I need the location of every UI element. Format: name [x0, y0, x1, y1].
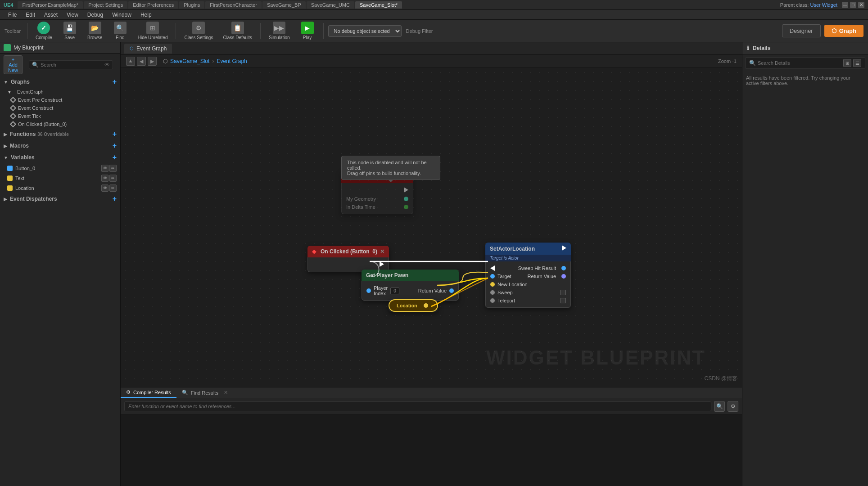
event-graph-item[interactable]: ▼ EventGraph [0, 88, 120, 96]
event-pre-construct-item[interactable]: Event Pre Construct [0, 96, 120, 104]
set-actor-exec-in-pin[interactable] [490, 266, 495, 271]
debug-filter-select[interactable]: No debug object selected [328, 25, 402, 37]
play-button[interactable]: ▶ Play [296, 20, 319, 42]
parent-class-link[interactable]: User Widget [810, 2, 837, 8]
designer-button[interactable]: Designer [782, 24, 821, 37]
on-clicked-node[interactable]: ◆ On Clicked (Button_0) ✕ [307, 246, 389, 272]
event-tick-mygeometry-circle[interactable] [404, 197, 408, 201]
graphs-section-header[interactable]: ▼ Graphs + [0, 76, 120, 88]
new-location-in-circle[interactable] [490, 282, 495, 287]
macros-section-header[interactable]: ▶ Macros + [0, 140, 120, 152]
maximize-button[interactable]: □ [850, 2, 856, 8]
variable-location[interactable]: Location 👁 ✏ [0, 183, 120, 193]
details-filter-icon[interactable]: ☰ [853, 59, 861, 67]
class-settings-button[interactable]: ⚙ Class Settings [181, 20, 217, 42]
find-button[interactable]: 🔍 Find [109, 20, 131, 42]
target-circle[interactable] [490, 274, 495, 279]
functions-section-header[interactable]: ▶ Functions 36 Overridable + [0, 128, 120, 140]
save-button[interactable]: 💾 Save [59, 20, 81, 42]
main-layout: My Blueprint + Add New 🔍 👁 ▼ Graphs + ▼ … [0, 42, 868, 486]
menu-debug[interactable]: Debug [83, 11, 108, 19]
save-icon: 💾 [63, 22, 76, 34]
return-value-circle[interactable] [449, 288, 454, 293]
event-tick-exec-pin[interactable] [404, 187, 408, 193]
close-button[interactable]: ✕ [858, 2, 864, 8]
graphs-add-icon[interactable]: + [113, 78, 117, 86]
menu-window[interactable]: Window [108, 11, 136, 19]
tab-firstperson-char[interactable]: FirstPersonCharacter [205, 1, 262, 9]
variable-button0[interactable]: Button_0 👁 ✏ [0, 163, 120, 173]
macros-add-icon[interactable]: + [113, 142, 117, 150]
on-clicked-exec-pin[interactable] [380, 261, 384, 267]
teleport-in-circle[interactable] [490, 298, 495, 303]
variable-text[interactable]: Text 👁 ✏ [0, 173, 120, 183]
breadcrumb-savegame[interactable]: SaveGame_Slot [170, 58, 209, 64]
event-tick-item[interactable]: Event Tick [0, 112, 120, 120]
sweep-in-circle[interactable] [490, 290, 495, 295]
menu-edit[interactable]: Edit [21, 11, 40, 19]
find-results-close-icon[interactable]: ✕ [224, 390, 228, 396]
location-out-circle[interactable] [424, 303, 428, 308]
add-new-button[interactable]: + Add New [4, 55, 23, 74]
event-construct-item[interactable]: Event Construct [0, 104, 120, 112]
compiler-results-tab[interactable]: ⚙ Compiler Results [121, 387, 176, 398]
event-graph-tab[interactable]: ⬡ Event Graph [124, 44, 172, 54]
class-defaults-button[interactable]: 📋 Class Defaults [219, 20, 255, 42]
search-input[interactable] [41, 62, 103, 68]
player-index-circle[interactable] [366, 288, 371, 293]
tab-firstperson-map[interactable]: FirstPersonExampleMap* [18, 1, 83, 9]
menu-view[interactable]: View [62, 11, 83, 19]
var-location-edit-icon[interactable]: ✏ [109, 184, 117, 192]
variables-section-header[interactable]: ▼ Variables + [0, 152, 120, 163]
simulation-button[interactable]: ▶▶ Simulation [265, 20, 294, 42]
return-value-out-circle[interactable] [561, 274, 566, 279]
find-search-button[interactable]: 🔍 [714, 401, 725, 412]
compile-button[interactable]: ✓ Compile [32, 20, 56, 42]
menu-asset[interactable]: Asset [40, 11, 62, 19]
var-eye-icon[interactable]: 👁 [101, 165, 108, 172]
find-results-tab[interactable]: 🔍 Find Results ✕ [176, 387, 233, 398]
teleport-checkbox[interactable] [561, 298, 566, 303]
get-player-pawn-node[interactable]: Get Player Pawn Player Index 0 Return Va… [362, 270, 459, 301]
var-edit-icon[interactable]: ✏ [109, 165, 117, 172]
var-text-eye-icon[interactable]: 👁 [101, 175, 108, 182]
details-search-input[interactable] [758, 60, 843, 66]
player-index-value[interactable]: 0 [390, 288, 399, 294]
set-actor-exec-out-pin[interactable] [562, 245, 566, 251]
var-location-eye-icon[interactable]: 👁 [101, 184, 108, 192]
find-options-button[interactable]: ⚙ [728, 401, 738, 412]
breadcrumb-event-graph[interactable]: Event Graph [217, 58, 247, 64]
search-eye-icon[interactable]: 👁 [104, 62, 110, 68]
var-text-edit-icon[interactable]: ✏ [109, 175, 117, 182]
menu-file[interactable]: File [4, 11, 21, 19]
star-button[interactable]: ★ [126, 57, 135, 66]
tab-savegame-slot[interactable]: SaveGame_Slot* [355, 1, 402, 9]
event-dispatchers-section[interactable]: ▶ Event Dispatchers + [0, 193, 120, 205]
blueprint-canvas[interactable]: This node is disabled and will not be ca… [121, 68, 742, 387]
event-tick-deltatime-circle[interactable] [404, 205, 408, 209]
minimize-button[interactable]: — [842, 2, 848, 8]
macros-arrow: ▶ [4, 144, 7, 148]
graph-button[interactable]: ⬡ Graph [824, 25, 863, 37]
sweep-checkbox[interactable] [561, 290, 566, 295]
on-clicked-close-icon[interactable]: ✕ [380, 248, 384, 255]
back-button[interactable]: ◀ [137, 57, 146, 66]
tab-savegame-bp[interactable]: SaveGame_BP [262, 1, 306, 9]
tab-project-settings[interactable]: Project Settings [84, 1, 127, 9]
tab-savegame-umc[interactable]: SaveGame_UMC [307, 1, 354, 9]
set-actor-location-node[interactable]: SetActorLocation Target is Actor Sweep H… [485, 243, 571, 308]
variables-add-icon[interactable]: + [113, 153, 117, 162]
forward-button[interactable]: ▶ [148, 57, 157, 66]
on-clicked-item[interactable]: On Clicked (Button_0) [0, 120, 120, 128]
functions-add-icon[interactable]: + [113, 130, 117, 138]
location-node[interactable]: Location [389, 299, 438, 312]
sweep-hit-result-circle[interactable] [561, 266, 566, 270]
tab-plugins[interactable]: Plugins [179, 1, 204, 9]
find-input[interactable] [124, 401, 711, 411]
menu-help[interactable]: Help [136, 11, 156, 19]
details-grid-icon[interactable]: ⊞ [843, 59, 851, 67]
hide-unrelated-button[interactable]: ⊞ Hide Unrelated [134, 20, 172, 42]
tab-editor-prefs[interactable]: Editor Preferences [128, 1, 178, 9]
event-dispatchers-add-icon[interactable]: + [113, 195, 117, 203]
browse-button[interactable]: 📂 Browse [84, 20, 106, 42]
